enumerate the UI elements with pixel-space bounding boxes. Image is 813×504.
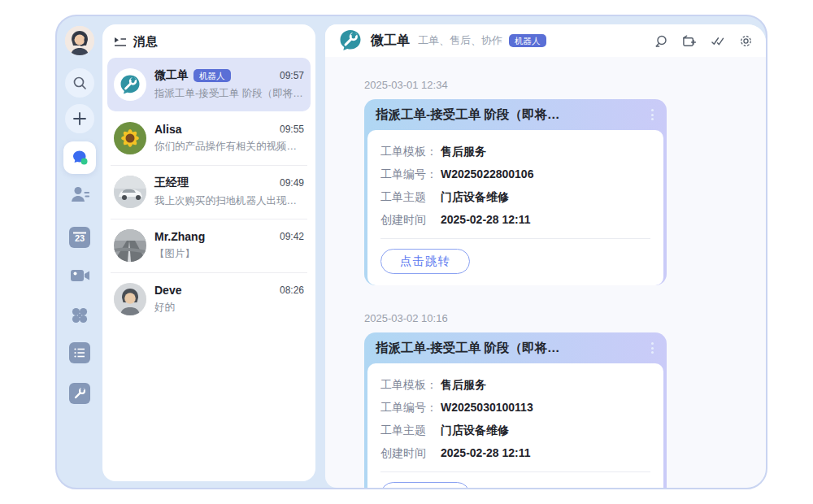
chat-message-area: 2025-03-01 12:34 指派工单-接受工单 阶段（即将… 工单模板：售… [325, 79, 766, 488]
support-agent-avatar-image [65, 26, 94, 55]
field-label: 工单编号： [380, 396, 441, 419]
nav-contacts[interactable] [68, 183, 91, 206]
chat-subtitle: 工单、售后、协作 [418, 33, 502, 48]
field-label: 创建时间 [380, 441, 441, 464]
message-filter-icon[interactable] [114, 37, 127, 48]
conversation-name: 王经理 [154, 176, 189, 190]
search-button[interactable] [65, 68, 94, 98]
robot-badge: 机器人 [509, 34, 546, 48]
card-menu-icon[interactable] [646, 339, 659, 357]
field-value: 门店设备维修 [441, 419, 509, 441]
conversation-item-mrzhang[interactable]: Mr.Zhang 09:42 【图片】 [107, 219, 311, 272]
field-label: 工单模板： [380, 140, 441, 163]
field-label: 工单编号： [380, 163, 441, 185]
conversation-item-deve[interactable]: Deve 08:26 好的 [107, 272, 311, 326]
car-avatar [114, 176, 146, 208]
conversation-time: 09:57 [280, 70, 304, 81]
conversation-preview: 好的 [154, 301, 304, 315]
sunflower-avatar [114, 122, 146, 154]
conversation-name: Mr.Zhang [154, 230, 205, 243]
nav-calendar[interactable]: 23 [69, 227, 90, 248]
chat-bot-avatar [338, 28, 363, 53]
field-value: 门店设备维修 [441, 185, 509, 208]
field-value: 2025-02-28 12:11 [441, 441, 531, 464]
conversation-time: 08:26 [280, 285, 304, 296]
field-label: 创建时间 [380, 208, 441, 231]
field-label: 工单主题 [380, 185, 441, 208]
card-menu-icon[interactable] [646, 106, 659, 124]
chat-bubble-icon [70, 148, 89, 167]
task-list-icon [69, 342, 90, 363]
app-window: 23 [55, 15, 767, 489]
field-value: 2025-02-28 12:11 [441, 208, 531, 231]
video-camera-icon [68, 265, 91, 286]
plus-icon [72, 111, 87, 126]
chat-title: 微工单 [371, 33, 410, 50]
tools-wrench-icon [69, 383, 90, 404]
man-avatar [114, 283, 146, 315]
workorder-card-title: 指派工单-接受工单 阶段（即将… [376, 340, 646, 357]
conversation-list: 微工单 机器人 09:57 指派工单-接受工单 阶段（即将… [102, 54, 315, 326]
nav-tools[interactable] [69, 383, 90, 404]
nav-chat-selected[interactable] [63, 141, 96, 174]
field-label: 工单主题 [380, 419, 441, 441]
conversation-name: Alisa [154, 123, 181, 136]
field-value: 售后服务 [441, 140, 486, 163]
add-group-icon[interactable] [682, 34, 697, 48]
apps-clover-icon [69, 305, 90, 326]
add-button[interactable] [65, 104, 94, 133]
jump-button[interactable]: 点击跳转 [380, 482, 470, 488]
field-value: W2025022800106 [441, 163, 533, 185]
conversation-time: 09:49 [280, 177, 304, 189]
member-search-icon[interactable] [654, 34, 668, 48]
field-value: 售后服务 [441, 373, 486, 396]
field-value: W2025030100113 [441, 396, 533, 419]
message-timestamp: 2025-03-02 10:16 [364, 312, 766, 324]
card-divider [380, 238, 650, 239]
double-check-icon[interactable] [711, 35, 725, 47]
user-avatar[interactable] [65, 26, 94, 55]
calendar-icon: 23 [69, 227, 90, 248]
nav-meetings[interactable] [68, 265, 91, 286]
chat-header: 微工单 工单、售后、协作 机器人 [325, 24, 766, 57]
messages-panel: 消息 微工单 机器人 09:57 [102, 24, 315, 481]
left-rail: 23 [57, 16, 102, 488]
chat-panel: 微工单 工单、售后、协作 机器人 [325, 24, 766, 488]
bot-avatar [114, 68, 146, 101]
chat-header-actions [654, 34, 753, 48]
search-icon [72, 75, 88, 91]
conversation-time: 09:55 [280, 124, 304, 135]
conversation-item-alisa[interactable]: Alisa 09:55 你们的产品操作有相关的视频… [107, 111, 311, 165]
conversation-name: Deve [154, 284, 181, 297]
conversation-time: 09:42 [280, 231, 304, 242]
conversation-item-weigongdan[interactable]: 微工单 机器人 09:57 指派工单-接受工单 阶段（即将… [107, 58, 311, 111]
conversation-name: 微工单 [154, 68, 189, 83]
conversation-preview: 我上次购买的扫地机器人出现… [154, 194, 304, 208]
messages-header: 消息 [102, 24, 315, 54]
road-avatar [114, 229, 146, 262]
workorder-card[interactable]: 指派工单-接受工单 阶段（即将… 工单模板：售后服务 工单编号：W2025030… [364, 332, 667, 488]
field-label: 工单模板： [380, 373, 441, 396]
workorder-card[interactable]: 指派工单-接受工单 阶段（即将… 工单模板：售后服务 工单编号：W2025022… [364, 99, 667, 285]
conversation-preview: 【图片】 [154, 247, 304, 261]
workorder-card-title: 指派工单-接受工单 阶段（即将… [376, 106, 646, 124]
card-divider [380, 471, 650, 472]
nav-workbench[interactable] [69, 305, 90, 326]
nav-task-list[interactable] [69, 342, 90, 363]
conversation-preview: 你们的产品操作有相关的视频… [154, 140, 304, 154]
gear-icon[interactable] [739, 34, 753, 48]
message-timestamp: 2025-03-01 12:34 [364, 79, 766, 91]
contacts-icon [68, 183, 91, 206]
messages-title: 消息 [133, 34, 158, 50]
conversation-preview: 指派工单-接受工单 阶段（即将… [154, 87, 304, 101]
jump-button[interactable]: 点击跳转 [380, 249, 470, 274]
conversation-item-wangjingli[interactable]: 王经理 09:49 我上次购买的扫地机器人出现… [107, 165, 311, 219]
robot-badge: 机器人 [193, 69, 231, 83]
